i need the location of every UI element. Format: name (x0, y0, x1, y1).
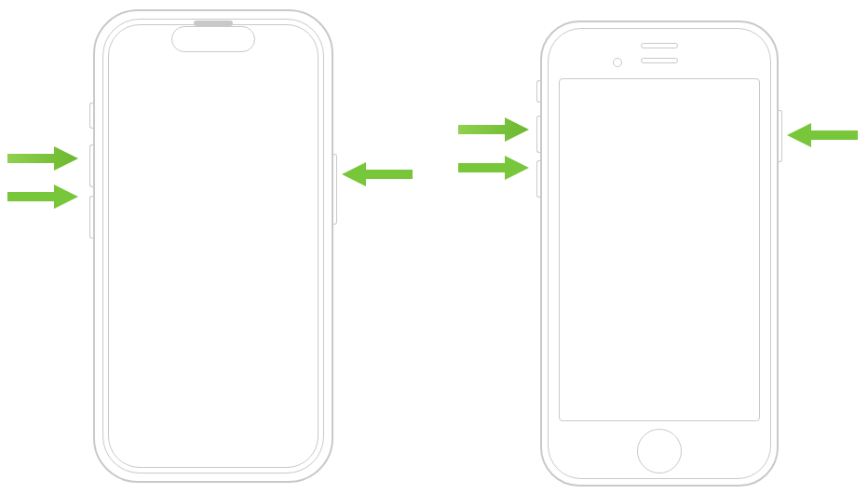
phone-homebutton (540, 21, 779, 487)
arrow-left-icon (785, 121, 860, 149)
front-camera (613, 58, 622, 67)
arrow-left-icon (340, 160, 414, 188)
diagram-stage (0, 0, 868, 494)
home-button (637, 429, 682, 473)
phone-faceid (93, 9, 333, 483)
arrow-right-icon (6, 183, 80, 211)
arrow-right-icon (6, 144, 80, 172)
arrow-right-icon (456, 154, 531, 182)
dynamic-island (171, 26, 255, 52)
phone-screen (108, 24, 319, 468)
arrow-right-icon (456, 116, 531, 144)
earpiece-speaker (641, 43, 678, 48)
phone-screen (559, 78, 760, 421)
sensor-bar (641, 58, 678, 63)
side-button (333, 154, 337, 225)
side-button (779, 110, 782, 162)
